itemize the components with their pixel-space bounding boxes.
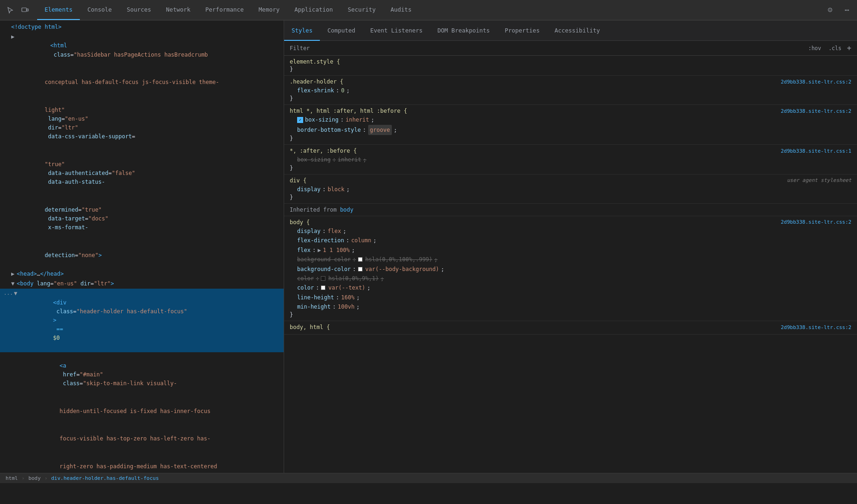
- subtab-properties[interactable]: Properties: [497, 20, 547, 41]
- subtab-computed[interactable]: Computed: [320, 20, 363, 41]
- rule-source-link[interactable]: 2d9bb338.site-ltr.css:2: [781, 108, 851, 114]
- rule-body-inherited: body { 2d9bb338.site-ltr.css:2 display :…: [284, 216, 857, 322]
- rule-header-holder: .header-holder { 2d9bb338.site-ltr.css:2…: [284, 76, 857, 105]
- tab-elements[interactable]: Elements: [37, 0, 80, 20]
- tree-html[interactable]: ▶ <html class="hasSidebar hasPageActions…: [0, 32, 284, 69]
- rule-body-html-partial: body, html { 2d9bb338.site-ltr.css:2: [284, 321, 857, 335]
- rule-body: box-sizing : inherit ;: [290, 155, 851, 164]
- tree-a-skip[interactable]: <a href="#main" class="skip-to-main-link…: [0, 352, 284, 398]
- css-property-box-sizing: box-sizing : inherit ;: [297, 115, 851, 124]
- css-prop-line-height: line-height : 160% ;: [297, 293, 851, 302]
- elements-tree[interactable]: <!doctype html> ▶ <html class="hasSideba…: [0, 20, 284, 473]
- tree-html-cont3[interactable]: "true" data-authenticated="false" data-a…: [0, 151, 284, 196]
- toolbar-right: ☺ ⋯: [824, 4, 853, 17]
- rule-selector: element.style {: [290, 58, 851, 65]
- toolbar-icons: [4, 4, 32, 17]
- rule-body: box-sizing : inherit ; border-bottom-sty…: [290, 115, 851, 135]
- tree-html-cont4[interactable]: determined="true" data-target="docs" x-m…: [0, 196, 284, 242]
- tab-console[interactable]: Console: [80, 0, 119, 20]
- svg-rect-1: [27, 9, 28, 11]
- tab-network[interactable]: Network: [159, 0, 198, 20]
- rule-body: flex-shrink : 0 ;: [290, 86, 851, 95]
- tab-application[interactable]: Application: [287, 0, 340, 20]
- tab-security[interactable]: Security: [340, 0, 383, 20]
- css-prop-flex: flex : ▶ 1 1 100% ;: [297, 246, 851, 255]
- rule-div: div { user agent stylesheet display : bl…: [284, 174, 857, 204]
- breadcrumb-body[interactable]: body: [26, 475, 43, 481]
- hov-button[interactable]: :hov: [806, 44, 823, 52]
- tab-performance[interactable]: Performance: [198, 0, 251, 20]
- tree-a-skip-cont[interactable]: hidden-until-focused is-fixed has-inner-…: [0, 398, 284, 426]
- rule-selector: .header-holder { 2d9bb338.site-ltr.css:2: [290, 78, 851, 85]
- tab-sources[interactable]: Sources: [119, 0, 159, 20]
- rule-selector: html *, html :after, html :before { 2d9b…: [290, 108, 851, 114]
- rule-element-style: element.style { }: [284, 56, 857, 76]
- filter-bar: Filter :hov .cls +: [284, 41, 857, 56]
- css-prop-color-strike: color : hsla(0,0%,9%,1) ;: [297, 274, 851, 283]
- rule-source-link[interactable]: 2d9bb338.site-ltr.css:1: [781, 148, 851, 154]
- breadcrumb: html › body › div.header-holder.has-defa…: [0, 473, 857, 483]
- rule-html-star: html *, html :after, html :before { 2d9b…: [284, 105, 857, 145]
- elements-panel: <!doctype html> ▶ <html class="hasSideba…: [0, 20, 284, 473]
- rule-selector: body { 2d9bb338.site-ltr.css:2: [290, 219, 851, 226]
- device-emulation-icon[interactable]: [19, 4, 32, 17]
- css-prop-min-height: min-height : 100vh ;: [297, 302, 851, 311]
- styles-content: element.style { } .header-holder { 2d9bb…: [284, 56, 857, 473]
- css-checkbox[interactable]: [297, 117, 303, 123]
- rule-source-link[interactable]: 2d9bb338.site-ltr.css:2: [781, 324, 851, 330]
- svg-rect-0: [22, 8, 26, 12]
- flex-triangle[interactable]: ▶: [318, 246, 321, 255]
- rule-selector: body, html { 2d9bb338.site-ltr.css:2: [290, 324, 851, 330]
- cls-button[interactable]: .cls: [827, 44, 844, 52]
- css-property-box-sizing-strike: box-sizing : inherit ;: [297, 155, 851, 164]
- cursor-icon[interactable]: [4, 4, 17, 17]
- color-swatch-white3[interactable]: [321, 285, 325, 290]
- subtab-styles[interactable]: Styles: [284, 20, 320, 41]
- tree-html-cont2[interactable]: light" lang="en-us" dir="ltr" data-css-v…: [0, 97, 284, 151]
- tree-a-skip-cont3[interactable]: right-zero has-padding-medium has-text-c…: [0, 453, 284, 473]
- filter-label: Filter: [290, 45, 310, 52]
- css-property-display: display : block ;: [297, 185, 851, 194]
- tree-a-skip-cont2[interactable]: focus-visible has-top-zero has-left-zero…: [0, 425, 284, 453]
- rule-star: *, :after, :before { 2d9bb338.site-ltr.c…: [284, 145, 857, 174]
- rule-source-link[interactable]: 2d9bb338.site-ltr.css:2: [781, 79, 851, 85]
- add-rule-button[interactable]: +: [847, 44, 851, 52]
- tab-audits[interactable]: Audits: [383, 0, 419, 20]
- css-prop-flex-direction: flex-direction : column ;: [297, 236, 851, 245]
- css-prop-color: color : var(--text) ;: [297, 283, 851, 292]
- filter-input[interactable]: [313, 45, 803, 52]
- main-layout: <!doctype html> ▶ <html class="hasSideba…: [0, 20, 857, 473]
- color-swatch-white[interactable]: [358, 257, 363, 262]
- rule-source-link[interactable]: 2d9bb338.site-ltr.css:2: [781, 219, 851, 225]
- inherited-from-body[interactable]: body: [340, 207, 353, 213]
- styles-panel: Styles Computed Event Listeners DOM Brea…: [284, 20, 857, 473]
- emoji-icon[interactable]: ☺: [824, 4, 837, 17]
- subtab-dom-breakpoints[interactable]: DOM Breakpoints: [430, 20, 497, 41]
- tree-doctype[interactable]: <!doctype html>: [0, 22, 284, 32]
- css-property-border-bottom: border-bottom-style : groove ;: [297, 125, 851, 135]
- tab-memory[interactable]: Memory: [251, 0, 287, 20]
- tree-html-cont[interactable]: conceptual has-default-focus js-focus-vi…: [0, 69, 284, 97]
- color-swatch-dark[interactable]: [321, 276, 325, 281]
- css-prop-bg-color: background-color : var(--body-background…: [297, 265, 851, 274]
- css-prop-bg-color-strike: background-color : hsla(0,0%,100%,.999) …: [297, 255, 851, 264]
- more-options-icon[interactable]: ⋯: [840, 4, 853, 17]
- sub-tabs: Styles Computed Event Listeners DOM Brea…: [284, 20, 857, 41]
- rule-body-props: display : flex ; flex-direction : column…: [290, 226, 851, 312]
- top-tabs: Elements Console Sources Network Perform…: [37, 0, 824, 20]
- inherited-header: Inherited from body: [284, 204, 857, 216]
- color-swatch-white2[interactable]: [358, 267, 363, 271]
- tree-body[interactable]: ▼ <body lang="en-us" dir="ltr">: [0, 279, 284, 289]
- tree-div-header-holder[interactable]: ... ▼ <div class="header-holder has-defa…: [0, 289, 284, 352]
- tree-html-cont5[interactable]: detection="none">: [0, 242, 284, 270]
- top-toolbar: Elements Console Sources Network Perform…: [0, 0, 857, 20]
- rule-selector: div { user agent stylesheet: [290, 177, 851, 184]
- subtab-event-listeners[interactable]: Event Listeners: [363, 20, 430, 41]
- css-property: flex-shrink : 0 ;: [297, 86, 851, 95]
- tree-head[interactable]: ▶ <head>…</head>: [0, 269, 284, 279]
- rule-source-agent: user agent stylesheet: [787, 177, 851, 183]
- subtab-accessibility[interactable]: Accessibility: [547, 20, 607, 41]
- css-prop-display-flex: display : flex ;: [297, 226, 851, 236]
- breadcrumb-html[interactable]: html: [4, 475, 20, 481]
- breadcrumb-div[interactable]: div.header-holder.has-default-focus: [49, 475, 161, 481]
